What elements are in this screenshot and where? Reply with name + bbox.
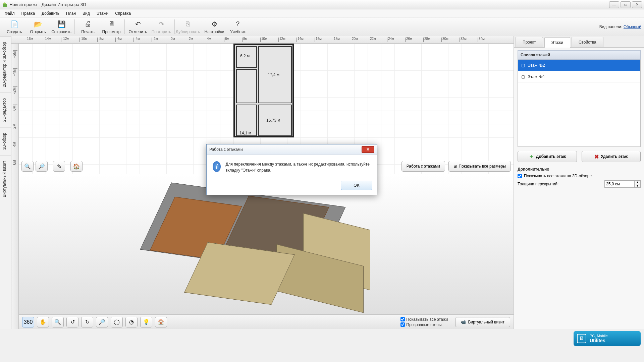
ruler-h-tick: 24м [387,38,387,42]
ruler-horizontal: -16м-14м-12м-10м-8м-6м-4м-2м0м2м4м6м8м10… [11,36,514,44]
rotate-360-button[interactable]: 360 [22,317,34,327]
toolbar-save-button[interactable]: 💾Сохранить [50,18,73,36]
home-button[interactable]: 🏠 [70,161,83,172]
toolbar-help-button[interactable]: ？Учебник [226,18,250,36]
menu-справка[interactable]: Справка [112,10,134,17]
floor-list-item[interactable]: ▢Этаж №2 [518,60,640,71]
ruler-v-tick: 4м [13,141,17,141]
dialog-close-button[interactable]: ✕ [362,146,374,153]
orbit-left-button[interactable]: ↺ [66,317,78,327]
ruler-h-tick: 12м [278,38,279,42]
maximize-button[interactable]: ▭ [621,1,631,8]
menu-добавить[interactable]: Добавить [38,10,63,17]
show-all-floors-checkbox[interactable]: Показывать все этажи [400,317,448,322]
ruler-h-tick: 16м [315,38,315,42]
window-title: Новый проект - Дизайн Интерьера 3D [9,2,608,7]
save-icon: 💾 [57,19,66,29]
slab-thickness-spinner[interactable]: ▲▼ [635,180,641,188]
ruler-h-tick: 22м [369,38,369,42]
view-tab-1[interactable]: 2D-редактор [0,93,11,127]
redo-icon: ↷ [157,19,166,29]
light-toggle-button[interactable]: 💡 [140,317,152,327]
zoom-fit-button[interactable]: 🔎 [96,317,108,327]
minimize-button[interactable]: — [609,1,619,8]
panel-view-link[interactable]: Обычный [624,24,641,29]
menu-правка[interactable]: Правка [18,10,39,17]
ruler-h-tick: -10м [79,38,79,42]
add-floor-label: Добавить этаж [536,154,566,159]
toolbar-preview-button[interactable]: 🖥Просмотр [100,18,123,36]
dialog-titlebar[interactable]: Работа с этажами ✕ [207,144,377,155]
info-icon: i [213,161,221,172]
floor-list-item[interactable]: ▢Этаж №1 [518,71,640,82]
ruler-v-tick: -2м [13,86,17,87]
watermark-line2: Utilites [590,338,608,343]
view-tab-3[interactable]: Виртуальный визит [0,155,11,203]
canvas-3d-bottombar: 360 ✋ 🔍 ↺ ↻ 🔎 ◯ ◔ 💡 🏠 Показывать все эта… [19,314,514,329]
menu-файл[interactable]: Файл [1,10,18,17]
slab-thickness-label: Толщина перекрытий: [518,182,558,186]
view-front-button[interactable]: ◯ [111,317,123,327]
ruler-h-tick: 18м [333,38,333,42]
ruler-h-tick: 2м [188,38,188,42]
add-floor-button[interactable]: ＋ Добавить этаж [518,151,577,162]
close-window-button[interactable]: ✕ [632,1,642,8]
floorplan[interactable]: 6,2 м 17,4 м 14,1 м 16,73 м [233,44,294,137]
floors-heading: Список этажей [518,50,641,60]
view-tab-0[interactable]: 2D-редактор и 3D-обзор [0,36,11,93]
delete-floor-label: Удалить этаж [601,154,628,159]
menu-план[interactable]: План [63,10,79,17]
view-iso-button[interactable]: ◔ [125,317,138,327]
side-tab-проект[interactable]: Проект [516,37,543,47]
menubar: ФайлПравкаДобавитьПланВидЭтажиСправка [0,9,644,17]
toolbar-settings-button[interactable]: ⚙Настройки [203,18,226,36]
show-all-floors-3d-input[interactable] [518,174,522,178]
ruler-h-tick: -8м [97,38,98,42]
undo-icon: ↶ [133,19,143,29]
floor-icon: ▢ [521,74,525,79]
home-3d-button[interactable]: 🏠 [155,317,167,327]
toolbar-redo-button: ↷Повторить [150,18,173,36]
menu-этажи[interactable]: Этажи [93,10,112,17]
delete-floor-button[interactable]: ✖ Удалить этаж [582,151,641,162]
monitor-icon: 🖥 [577,334,586,343]
ruler-v-tick: 0м [13,105,17,105]
floors-work-button[interactable]: Работа с этажами [401,161,445,172]
toolbar-new-button[interactable]: 📄Создать [3,18,26,36]
virtual-visit-button[interactable]: 📹 Виртуальный визит [455,317,510,327]
edit-button[interactable]: ✎ [53,161,65,172]
toolbar-undo-button[interactable]: ↶Отменить [126,18,150,36]
ruler-vertical: -6м-4м-2м0м2м4м6м [11,44,19,329]
ruler-h-tick: 8м [242,38,243,42]
panel-view-label: Вид панели: [599,24,622,29]
ruler-v-tick: -4м [13,68,17,69]
extra-heading: Дополнительно [518,167,641,172]
slab-thickness-input[interactable] [604,180,635,188]
ruler-h-tick: -6м [115,38,116,42]
orbit-right-button[interactable]: ↻ [81,317,93,327]
toolbar-open-button[interactable]: 📂Открыть [26,18,50,36]
zoom-out-button[interactable]: 🔍 [21,161,34,172]
new-icon: 📄 [10,19,19,29]
toolbar-print-button[interactable]: 🖨Печать [76,18,100,36]
print-icon: 🖨 [83,19,93,29]
side-tab-свойства[interactable]: Свойства [572,37,603,47]
canvas-3d[interactable]: 360 ✋ 🔍 ↺ ↻ 🔎 ◯ ◔ 💡 🏠 Показывать все эта… [19,174,514,329]
ruler-h-tick: 32м [460,38,460,42]
titlebar: Новый проект - Дизайн Интерьера 3D — ▭ ✕ [0,0,644,9]
ruler-h-tick: 20м [351,38,351,42]
show-all-floors-3d-checkbox[interactable]: Показывать все этажи на 3D-обзоре [518,174,641,178]
settings-icon: ⚙ [210,19,219,29]
pan-button[interactable]: ✋ [37,317,49,327]
menu-вид[interactable]: Вид [79,10,93,17]
ruler-h-tick: 34м [478,38,478,42]
side-tab-этажи[interactable]: Этажи [544,37,570,48]
zoom-in-button[interactable]: 🔎 [36,161,48,172]
view-tab-2[interactable]: 3D-обзор [0,127,11,155]
show-all-dims-button[interactable]: ⊞Показывать все размеры [448,161,511,172]
zoom-3d-button[interactable]: 🔍 [52,317,64,327]
dialog-ok-button[interactable]: OK [341,181,372,190]
help-icon: ？ [233,19,243,29]
app-icon [2,2,7,7]
transparent-walls-checkbox[interactable]: Прозрачные стены [400,322,448,327]
